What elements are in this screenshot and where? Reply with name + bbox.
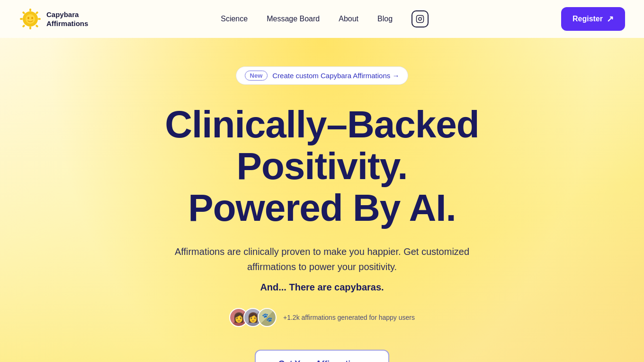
svg-rect-2 xyxy=(29,9,31,11)
svg-rect-3 xyxy=(29,27,31,29)
svg-point-1 xyxy=(26,14,35,24)
svg-rect-12 xyxy=(417,16,424,23)
nav-item-about[interactable]: About xyxy=(339,15,358,23)
logo-text: Capybara Affirmations xyxy=(46,10,88,28)
social-proof-text: +1.2k affirmations generated for happy u… xyxy=(283,314,415,321)
svg-rect-9 xyxy=(35,24,38,27)
badge-new-label: New xyxy=(245,71,268,81)
logo-link[interactable]: Capybara Affirmations xyxy=(19,8,88,30)
svg-rect-5 xyxy=(38,18,41,20)
nav-item-blog[interactable]: Blog xyxy=(377,15,393,23)
register-button[interactable]: Register ↗ xyxy=(561,7,625,31)
nav-item-science[interactable]: Science xyxy=(221,15,248,23)
new-badge[interactable]: New Create custom Capybara Affirmations … xyxy=(236,66,409,85)
navbar: Capybara Affirmations Science Message Bo… xyxy=(0,0,644,38)
hero-capybara-text: And... There are capybaras. xyxy=(260,282,384,293)
badge-custom-link[interactable]: Create custom Capybara Affirmations → xyxy=(272,72,399,80)
nav-links: Science Message Board About Blog xyxy=(221,10,429,27)
social-proof: 👩 👩 🐾 +1.2k affirmations generated for h… xyxy=(229,308,415,327)
svg-point-14 xyxy=(421,17,422,18)
svg-point-10 xyxy=(27,17,29,19)
svg-rect-4 xyxy=(20,18,23,20)
get-affirmations-button[interactable]: Get Your Affirmations xyxy=(255,350,390,362)
svg-point-11 xyxy=(31,17,33,19)
svg-point-13 xyxy=(419,18,421,20)
svg-rect-8 xyxy=(22,24,25,27)
nav-item-message-board[interactable]: Message Board xyxy=(267,15,320,23)
logo-icon xyxy=(19,8,42,30)
instagram-icon[interactable] xyxy=(411,10,429,27)
avatar-stack: 👩 👩 🐾 xyxy=(229,308,277,327)
hero-title: Clinically–Backed Positivity. Powered By… xyxy=(95,104,549,229)
avatar-3: 🐾 xyxy=(258,308,277,327)
register-arrow-icon: ↗ xyxy=(607,14,614,24)
hero-section: New Create custom Capybara Affirmations … xyxy=(0,38,644,362)
hero-subtitle: Affirmations are clinically proven to ma… xyxy=(161,244,483,274)
